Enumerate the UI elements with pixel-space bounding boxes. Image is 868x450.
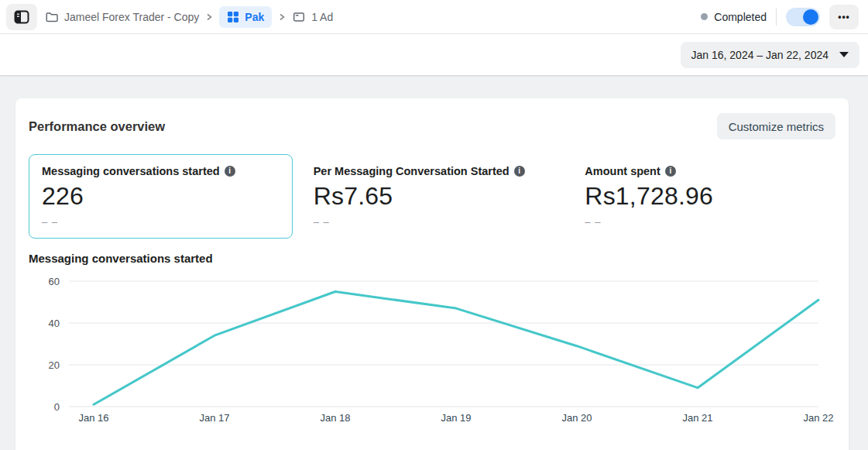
- metric-card-amount-spent[interactable]: Amount spent i Rs1,728.96 – –: [571, 154, 835, 239]
- metric-label: Messaging conversations started: [42, 165, 220, 177]
- svg-text:Jan 20: Jan 20: [561, 412, 592, 424]
- info-icon[interactable]: i: [665, 166, 676, 177]
- svg-text:Jan 18: Jan 18: [320, 412, 350, 424]
- svg-text:Jan 16: Jan 16: [78, 412, 108, 424]
- info-icon[interactable]: i: [514, 166, 525, 177]
- svg-text:Jan 21: Jan 21: [682, 412, 712, 424]
- divider: [776, 9, 777, 26]
- chevron-right-icon: [205, 12, 213, 22]
- breadcrumb-adset-label: Pak: [245, 11, 264, 23]
- breadcrumb-ad[interactable]: 1 Ad: [292, 10, 333, 24]
- breadcrumb: Jameel Forex Trader - Copy Pak: [45, 6, 333, 28]
- panel-collapse-icon: [14, 9, 29, 25]
- page-title: Performance overview: [29, 119, 165, 134]
- metric-comparison: – –: [314, 216, 551, 228]
- ad-active-toggle[interactable]: [786, 8, 820, 26]
- metric-comparison: – –: [585, 216, 822, 228]
- date-range-label: Jan 16, 2024 – Jan 22, 2024: [691, 49, 829, 61]
- toggle-knob: [803, 9, 818, 25]
- main-content: Performance overview Customize metrics M…: [0, 75, 868, 450]
- metric-card-messaging-conversations[interactable]: Messaging conversations started i 226 – …: [29, 154, 293, 239]
- top-bar: Jameel Forex Trader - Copy Pak: [0, 0, 868, 34]
- metrics-row: Messaging conversations started i 226 – …: [29, 154, 835, 239]
- metric-value: Rs7.65: [314, 182, 551, 211]
- metric-label: Amount spent: [585, 165, 660, 177]
- ad-frame-icon: [292, 10, 306, 24]
- date-range-picker[interactable]: Jan 16, 2024 – Jan 22, 2024: [681, 42, 859, 68]
- breadcrumb-campaign[interactable]: Jameel Forex Trader - Copy: [45, 10, 199, 24]
- status-label: Completed: [714, 11, 767, 23]
- svg-text:Jan 17: Jan 17: [199, 412, 229, 424]
- status-dot-icon: [701, 13, 708, 20]
- performance-overview-card: Performance overview Customize metrics M…: [15, 98, 849, 450]
- metric-card-cost-per-conversation[interactable]: Per Messaging Conversation Started i Rs7…: [300, 154, 564, 239]
- svg-text:40: 40: [49, 318, 60, 329]
- chart-area: 0204060Jan 16Jan 17Jan 18Jan 19Jan 20Jan…: [29, 272, 835, 436]
- ellipsis-icon: •••: [838, 12, 850, 22]
- caret-down-icon: [839, 52, 849, 57]
- more-options-button[interactable]: •••: [829, 5, 859, 29]
- metric-comparison: – –: [42, 216, 280, 228]
- info-icon[interactable]: i: [225, 166, 235, 177]
- svg-text:0: 0: [54, 401, 60, 413]
- delivery-status: Completed: [701, 11, 767, 23]
- filter-bar: Jan 16, 2024 – Jan 22, 2024: [0, 34, 868, 75]
- svg-text:60: 60: [49, 276, 60, 287]
- metric-value: 226: [42, 182, 280, 211]
- customize-metrics-button[interactable]: Customize metrics: [717, 113, 835, 139]
- line-chart[interactable]: 0204060Jan 16Jan 17Jan 18Jan 19Jan 20Jan…: [29, 272, 834, 433]
- metric-label: Per Messaging Conversation Started: [314, 165, 509, 177]
- breadcrumb-campaign-label: Jameel Forex Trader - Copy: [64, 11, 199, 23]
- metric-value: Rs1,728.96: [585, 182, 822, 211]
- svg-text:Jan 19: Jan 19: [441, 412, 471, 424]
- chevron-right-icon: [278, 12, 286, 22]
- breadcrumb-ad-label: 1 Ad: [311, 11, 333, 23]
- svg-text:20: 20: [49, 359, 60, 371]
- folder-icon: [45, 10, 59, 24]
- sidebar-toggle-button[interactable]: [6, 4, 37, 30]
- chart-title: Messaging conversations started: [29, 252, 835, 265]
- svg-text:Jan 22: Jan 22: [803, 412, 833, 424]
- breadcrumb-adset[interactable]: Pak: [219, 6, 272, 28]
- adset-grid-icon: [227, 11, 239, 23]
